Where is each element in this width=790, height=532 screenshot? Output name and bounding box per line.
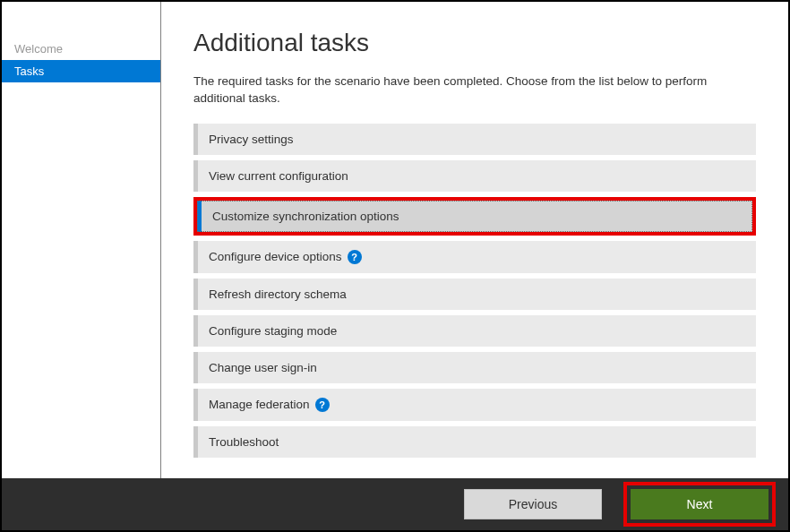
task-label: Troubleshoot: [209, 435, 279, 449]
task-change-user-sign-in[interactable]: Change user sign-in: [193, 352, 756, 383]
task-label: Configure staging mode: [209, 324, 337, 338]
task-privacy-settings[interactable]: Privacy settings: [193, 124, 756, 155]
task-list: Privacy settings View current configurat…: [193, 124, 756, 458]
sidebar-item-welcome[interactable]: Welcome: [2, 38, 160, 60]
task-configure-device-options[interactable]: Configure device options ?: [193, 241, 756, 273]
task-manage-federation[interactable]: Manage federation ?: [193, 389, 756, 421]
task-label: Refresh directory schema: [209, 287, 347, 301]
task-label: Manage federation: [209, 398, 310, 411]
sidebar: Welcome Tasks: [2, 2, 161, 478]
task-configure-staging-mode[interactable]: Configure staging mode: [193, 315, 756, 347]
footer: Previous Next: [2, 478, 788, 530]
sidebar-item-tasks[interactable]: Tasks: [2, 60, 160, 82]
task-label: Configure device options: [209, 250, 342, 263]
highlight-selected-task: Customize synchronization options: [193, 197, 756, 236]
next-button[interactable]: Next: [631, 489, 769, 519]
task-label: Change user sign-in: [209, 361, 317, 374]
previous-button[interactable]: Previous: [464, 489, 602, 519]
page-title: Additional tasks: [193, 29, 756, 57]
task-troubleshoot[interactable]: Troubleshoot: [193, 426, 756, 458]
highlight-next-button: Next: [623, 482, 776, 527]
task-label: View current configuration: [209, 169, 348, 183]
help-icon[interactable]: ?: [348, 250, 362, 264]
task-label: Customize synchronization options: [212, 210, 399, 223]
task-view-current-configuration[interactable]: View current configuration: [193, 160, 756, 192]
page-description: The required tasks for the scenario have…: [193, 73, 756, 107]
task-refresh-directory-schema[interactable]: Refresh directory schema: [193, 279, 756, 310]
task-label: Privacy settings: [209, 133, 294, 146]
task-customize-synchronization-options[interactable]: Customize synchronization options: [197, 201, 752, 232]
help-icon[interactable]: ?: [315, 398, 330, 412]
main-panel: Additional tasks The required tasks for …: [161, 2, 788, 478]
